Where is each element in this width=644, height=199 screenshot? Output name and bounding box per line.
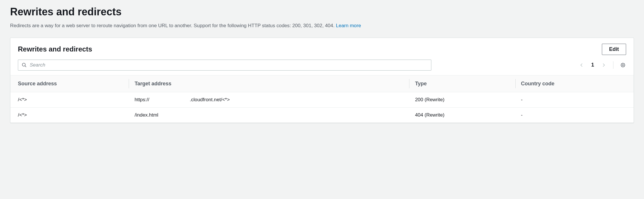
svg-point-2 xyxy=(622,65,624,66)
cell-target-prefix: https:// xyxy=(134,97,149,103)
page-number: 1 xyxy=(591,62,594,68)
learn-more-link[interactable]: Learn more xyxy=(336,23,361,28)
cell-source: /<*> xyxy=(10,92,129,107)
cell-country: - xyxy=(515,92,634,107)
edit-button[interactable]: Edit xyxy=(602,44,626,55)
col-header-target[interactable]: Target address xyxy=(129,75,409,92)
col-header-country[interactable]: Country code xyxy=(515,75,634,92)
table-row: /<*> /index.html 404 (Rewrite) - xyxy=(10,107,634,123)
svg-point-0 xyxy=(22,63,25,66)
panel-header: Rewrites and redirects Edit xyxy=(10,38,634,60)
pagination: 1 xyxy=(579,61,626,69)
toolbar-divider xyxy=(613,61,613,69)
panel-toolbar: 1 xyxy=(10,60,634,75)
table-row: /<*> https:// .cloudfront.net/<*> 200 (R… xyxy=(10,92,634,107)
col-header-source[interactable]: Source address xyxy=(10,75,129,92)
cell-target: https:// .cloudfront.net/<*> xyxy=(129,92,409,107)
search-input[interactable] xyxy=(30,62,428,68)
gear-icon xyxy=(621,63,625,67)
cell-type: 404 (Rewrite) xyxy=(409,107,515,123)
page-title: Rewrites and redirects xyxy=(10,6,634,18)
cell-country: - xyxy=(515,107,634,123)
cell-target-suffix: .cloudfront.net/<*> xyxy=(190,97,230,103)
page-subtitle-text: Redirects are a way for a web server to … xyxy=(10,23,336,28)
table-header-row: Source address Target address Type Count… xyxy=(10,75,634,92)
rewrites-table: Source address Target address Type Count… xyxy=(10,75,634,123)
cell-target: /index.html xyxy=(129,107,409,123)
panel-title: Rewrites and redirects xyxy=(18,45,92,53)
cell-target-prefix: /index.html xyxy=(134,112,158,118)
next-page-button[interactable] xyxy=(600,62,607,68)
cell-source: /<*> xyxy=(10,107,129,123)
svg-line-1 xyxy=(25,66,26,67)
rewrites-panel: Rewrites and redirects Edit 1 xyxy=(10,38,634,123)
cell-type: 200 (Rewrite) xyxy=(409,92,515,107)
search-icon xyxy=(22,62,27,68)
settings-button[interactable] xyxy=(620,62,626,68)
page-subtitle: Redirects are a way for a web server to … xyxy=(10,22,634,30)
search-box[interactable] xyxy=(18,60,431,71)
chevron-left-icon xyxy=(579,63,584,67)
col-header-type[interactable]: Type xyxy=(409,75,515,92)
prev-page-button[interactable] xyxy=(579,62,585,68)
chevron-right-icon xyxy=(601,63,606,67)
